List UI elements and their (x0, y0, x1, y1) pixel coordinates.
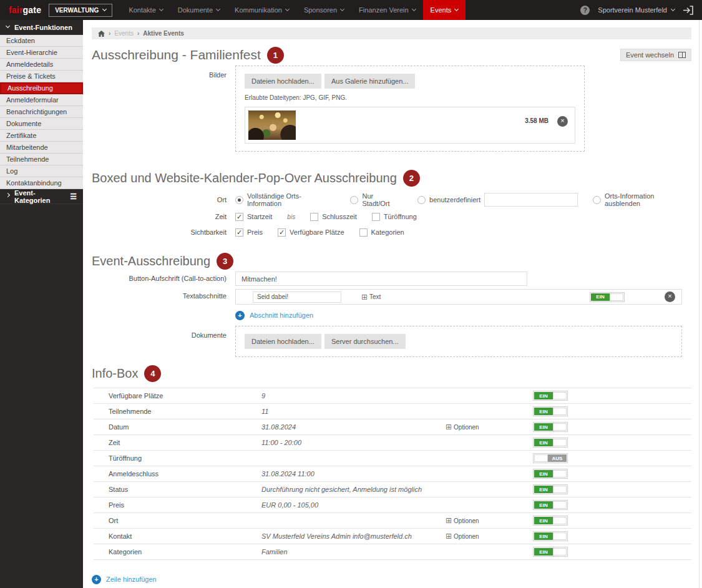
row-value: 11 (261, 408, 446, 415)
sidebar-items: EckdatenEvent-HierarchieAnmeldedetailsPr… (0, 35, 83, 189)
sidebar-item-dokumente[interactable]: Dokumente (0, 118, 83, 130)
radio-icon[interactable] (417, 196, 426, 204)
optionen-link[interactable]: ⊞Optionen (446, 532, 479, 541)
radio-icon[interactable] (350, 196, 358, 204)
radio-benutzerdefiniert[interactable]: benutzerdefiniert (417, 193, 578, 207)
sidebar-header-event-kategorien[interactable]: Event-Kategorien ☰ (0, 189, 83, 204)
checkbox-startzeit[interactable]: Startzeit (235, 213, 272, 221)
toggle-ein[interactable]: EIN (533, 391, 568, 401)
checkbox-icon[interactable] (359, 228, 368, 237)
menu-icon[interactable]: ☰ (70, 192, 77, 201)
nav-kommunikation[interactable]: Kommunikation (227, 0, 296, 20)
infobox-row-teilnehmende: Teilnehmende11EIN (94, 404, 691, 419)
toggle-knob (610, 293, 623, 301)
sidebar-item-kontaktanbindung[interactable]: Kontaktanbindung (0, 177, 83, 189)
checkbox-icon[interactable] (278, 228, 286, 237)
chevron-down-icon (285, 6, 290, 11)
remove-abschnitt-icon[interactable]: × (665, 292, 675, 302)
row-value: 31.08.2024 11:00 (261, 470, 446, 478)
radio-orts-information-ausblenden[interactable]: Orts-Information ausblenden (593, 192, 691, 207)
row-label: Anmeldeschluss (94, 470, 261, 478)
optionen-link[interactable]: ⊞Optionen (446, 516, 479, 525)
row-value: 9 (261, 392, 446, 399)
home-icon[interactable] (98, 31, 105, 37)
org-dropdown[interactable]: Sportverein Musterfeld (598, 6, 675, 14)
nav-kontakte[interactable]: Kontakte (121, 0, 170, 20)
checkbox-icon[interactable] (235, 213, 243, 221)
right-divider (699, 20, 700, 588)
sidebar-item-anmeldedetails[interactable]: Anmeldedetails (0, 59, 83, 71)
checkbox-icon[interactable] (310, 213, 318, 221)
breadcrumb-events[interactable]: Events (114, 30, 134, 37)
abschnitt-title-input[interactable] (253, 292, 341, 303)
checkbox-preis[interactable]: Preis (235, 228, 263, 237)
chevron-right-icon (6, 193, 10, 197)
optionen-link[interactable]: ⊞Optionen (446, 423, 479, 431)
step-badge-4: 4 (144, 365, 161, 382)
cta-input[interactable] (235, 272, 527, 286)
infobox-row-preis: PreisEUR 0,00 - 105,00EIN (94, 497, 691, 513)
sidebar-item-event-hierarchie[interactable]: Event-Hierarchie (0, 47, 83, 59)
add-abschnitt-link[interactable]: + Abschnitt hinzufügen (235, 310, 681, 320)
breadcrumb: › Events › Aktive Events (92, 27, 691, 39)
toggle-ein[interactable]: EIN (533, 438, 568, 448)
sidebar-item-benachrichtigungen[interactable]: Benachrichtigungen (0, 106, 83, 118)
text-expander[interactable]: ⊞ Text (361, 293, 381, 301)
checkbox-icon[interactable] (235, 228, 243, 237)
toggle-ein[interactable]: EIN (533, 422, 568, 432)
sidebar-item-mitarbeitende[interactable]: Mitarbeitende (0, 142, 83, 154)
radio-vollständige-orts-information[interactable]: Vollständige Orts-Information (235, 192, 335, 207)
sidebar-item-eckdaten[interactable]: Eckdaten (0, 35, 83, 47)
toggle-aus[interactable]: AUS (533, 453, 568, 463)
sidebar-header-event-funktionen[interactable]: Event-Funktionen (0, 20, 83, 35)
remove-file-icon[interactable]: × (557, 116, 568, 127)
radio-icon[interactable] (235, 196, 243, 204)
bilder-label: Bilder (92, 66, 235, 152)
row-value: EUR 0,00 - 105,00 (261, 501, 446, 509)
boxed-section-title: Boxed und Website-Kalender-Pop-Over Auss… (92, 171, 397, 185)
nav-finanzen-verein[interactable]: Finanzen Verein (351, 0, 423, 20)
logout-icon[interactable] (683, 6, 693, 15)
help-icon[interactable]: ? (580, 6, 590, 15)
radio-nur-stadt-ort[interactable]: Nur Stadt/Ort (350, 192, 402, 207)
add-from-gallery-button[interactable]: Aus Galerie hinzufügen... (324, 74, 416, 89)
checkbox-schlusszeit[interactable]: Schlusszeit (310, 213, 357, 221)
plus-box-icon: ⊞ (446, 423, 452, 431)
toggle-ein[interactable]: EIN (533, 531, 568, 541)
nav-dokumente[interactable]: Dokumente (170, 0, 227, 20)
toggle-ein[interactable]: EIN (533, 469, 568, 479)
row-label: Ort (94, 517, 261, 524)
fairgate-logo[interactable]: fairgate (9, 5, 41, 15)
toggle-ein[interactable]: EIN (533, 500, 568, 510)
event-switch-button[interactable]: Event wechseln (620, 49, 691, 61)
radio-icon[interactable] (593, 196, 601, 204)
row-value: Durchführung nicht gesichert, Anmeldung … (261, 486, 446, 493)
checkbox-kategorien[interactable]: Kategorien (359, 228, 404, 237)
verwaltung-dropdown[interactable]: VERWALTUNG (49, 4, 112, 17)
sidebar-item-teilnehmende[interactable]: Teilnehmende (0, 154, 83, 165)
sidebar-item-preise-tickets[interactable]: Preise & Tickets (0, 71, 83, 82)
sidebar-item-log[interactable]: Log (0, 165, 83, 177)
upload-files-button[interactable]: Dateien hochladen... (245, 74, 321, 89)
dok-server-button[interactable]: Server durchsuchen... (324, 334, 406, 349)
toggle-ein[interactable]: EIN (533, 547, 568, 557)
org-name: Sportverein Musterfeld (598, 6, 667, 14)
nav-sponsoren[interactable]: Sponsoren (296, 0, 351, 20)
toggle-ein[interactable]: EIN (533, 484, 568, 494)
chevron-down-icon (412, 6, 416, 11)
benutzerdefiniert-input[interactable] (484, 193, 578, 207)
checkbox-türöffnung[interactable]: Türöffnung (372, 213, 417, 221)
add-row-link[interactable]: + Zeile hinzufügen (92, 574, 691, 584)
toggle-ein[interactable]: EIN (533, 516, 568, 526)
sidebar-item-zertifikate[interactable]: Zertifikate (0, 130, 83, 142)
checkbox-icon[interactable] (372, 213, 380, 221)
checkbox-verfügbare-plätze[interactable]: Verfügbare Plätze (278, 228, 344, 237)
dok-upload-button[interactable]: Dateien hochladen... (245, 334, 321, 349)
sidebar-item-anmeldeformular[interactable]: Anmeldeformular (0, 94, 83, 106)
nav-events[interactable]: Events (423, 0, 466, 20)
row-label: Zeit (94, 439, 261, 446)
toggle-knob (553, 392, 567, 399)
toggle-ein[interactable]: EIN (533, 406, 568, 416)
sidebar-item-ausschreibung[interactable]: Ausschreibung (0, 82, 83, 94)
toggle-ein[interactable]: EIN (590, 292, 625, 302)
